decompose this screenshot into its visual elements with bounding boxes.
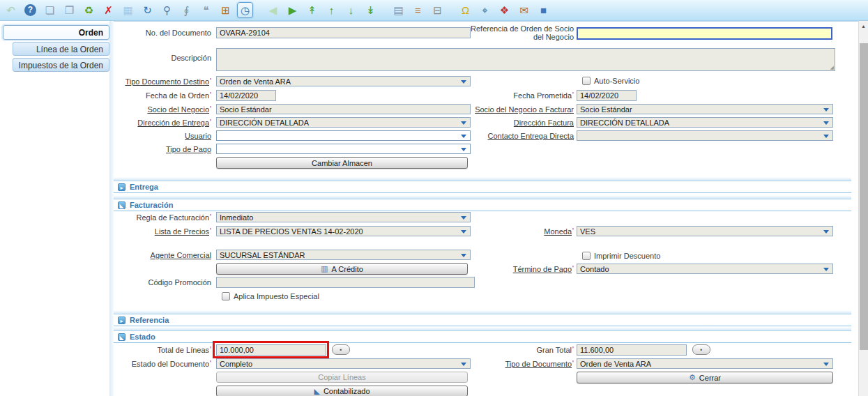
target-doc-type-dropdown[interactable]: Orden de Venta ARA	[216, 76, 471, 86]
target-doc-type-label[interactable]: Tipo Documento Destino	[114, 77, 211, 86]
chat-icon[interactable]: ❝	[198, 2, 214, 18]
tab-impuestos-de-la-orden[interactable]: Impuestos de la Orden	[13, 58, 109, 72]
user-label[interactable]: Usuario	[114, 132, 211, 140]
request-icon[interactable]: ✉	[516, 2, 532, 18]
previous-record-icon[interactable]: ↑	[323, 2, 340, 18]
section-referencia-title: Referencia	[130, 316, 169, 324]
date-promised-label: Fecha Prometida	[462, 91, 574, 100]
payment-type-label[interactable]: Tipo de Pago	[114, 145, 211, 153]
copy-record-icon[interactable]: ❐	[61, 2, 77, 18]
lock-icon[interactable]: Ω	[457, 2, 473, 18]
invoice-rule-dropdown[interactable]: Inmediato	[216, 212, 471, 222]
payment-term-label[interactable]: Término de Pago	[462, 265, 574, 273]
workflow-icon[interactable]: ❖	[496, 2, 512, 18]
direct-delivery-contact-label[interactable]: Contacto Entrega Directa	[462, 132, 574, 140]
scroll-up-arrow[interactable]: ▲	[859, 21, 868, 31]
collapse-icon[interactable]: ◣	[118, 333, 125, 341]
tab-sidebar: Orden Línea de la Orden Impuestos de la …	[0, 21, 109, 396]
business-partner-field[interactable]: Socio Estándar	[216, 104, 471, 114]
doc-status-label: Estado del Documento	[114, 360, 211, 368]
sales-rep-dropdown[interactable]: SUCURSAL ESTÁNDAR	[216, 250, 471, 260]
bp-order-ref-field[interactable]	[577, 27, 832, 40]
payment-type-dropdown[interactable]	[216, 144, 471, 154]
grand-total-label: Gran Total	[462, 346, 574, 354]
print-discount-checkbox[interactable]	[582, 252, 591, 260]
grand-total-calculator-button[interactable]: ▪	[692, 344, 710, 355]
order-form: No. del Documento OVARA-29104 Referencia…	[114, 21, 858, 396]
product-info-icon[interactable]: ■	[535, 2, 551, 18]
invoice-rule-label: Regla de Facturación	[114, 213, 211, 222]
zoom-across-icon[interactable]: ⌖	[477, 2, 493, 18]
section-estado-header[interactable]: ◣ Estado	[114, 331, 851, 343]
special-tax-checkbox[interactable]	[222, 292, 230, 300]
business-partner-label[interactable]: Socio del Negocio	[114, 105, 211, 114]
invoice-partner-dropdown[interactable]: Socio Estándar	[577, 104, 833, 114]
order-window: ↶?❏❐♻✗▦↻⚲∮❝⊞◷◀▶↟↑↓↡▤≡⊟Ω⌖❖✉■ Orden Línea …	[0, 0, 868, 396]
description-label: Descripción	[114, 54, 211, 62]
section-entrega-header[interactable]: ▸ Entrega	[114, 181, 851, 193]
doc-status-dropdown[interactable]: Completo	[216, 358, 471, 369]
collapse-icon[interactable]: ◣	[118, 201, 125, 209]
invoice-address-label[interactable]: Dirección Factura	[462, 119, 574, 127]
detail-record-icon[interactable]: ▶	[284, 2, 300, 18]
archive-icon[interactable]: ≡	[410, 2, 426, 18]
self-service-checkbox[interactable]	[582, 77, 591, 85]
section-estado-title: Estado	[130, 333, 155, 341]
currency-dropdown[interactable]: VES	[577, 226, 833, 236]
change-warehouse-button[interactable]: Cambiar Almacen	[216, 157, 468, 169]
toolbar: ↶?❏❐♻✗▦↻⚲∮❝⊞◷◀▶↟↑↓↡▤≡⊟Ω⌖❖✉■	[0, 0, 868, 21]
description-field[interactable]	[216, 48, 835, 71]
scrollbar-thumb[interactable]	[860, 43, 868, 350]
doc-type-dropdown[interactable]: Orden de Venta ARA	[577, 358, 833, 369]
expand-icon[interactable]: ▸	[118, 317, 125, 324]
special-tax-checkbox-row: Aplica Impuesto Especial	[222, 292, 319, 300]
delete-selection-icon[interactable]: ✗	[100, 2, 116, 18]
section-facturacion-header[interactable]: ◣ Facturación	[114, 199, 851, 211]
history-icon[interactable]: ◷	[237, 2, 253, 18]
invoice-partner-label[interactable]: Socio del Negocio a Facturar	[462, 105, 574, 114]
first-record-icon[interactable]: ↟	[304, 2, 320, 18]
document-no-field[interactable]: OVARA-29104	[216, 27, 471, 38]
find-icon[interactable]: ⚲	[159, 2, 175, 18]
sales-rep-label[interactable]: Agente Comercial	[114, 251, 211, 259]
delivery-address-label[interactable]: Dirección de Entrega	[114, 119, 211, 127]
next-record-icon[interactable]: ↓	[343, 2, 359, 18]
tab-orden[interactable]: Orden	[3, 25, 109, 40]
print-discount-label: Imprimir Descuento	[594, 252, 660, 260]
total-lines-calculator-button[interactable]: ▪	[332, 344, 350, 355]
copy-lines-button: Copiar Líneas	[216, 372, 468, 383]
date-promised-field[interactable]: 14/02/2020	[577, 90, 637, 101]
price-list-label[interactable]: Lista de Precios	[114, 227, 211, 236]
refresh-icon[interactable]: ↻	[139, 2, 155, 18]
print-icon[interactable]: ⊟	[429, 2, 446, 18]
help-icon[interactable]: ?	[24, 4, 36, 16]
section-referencia-header[interactable]: ▸ Referencia	[114, 314, 851, 326]
vertical-scrollbar: ▲	[858, 21, 868, 396]
tab-linea-de-la-orden[interactable]: Línea de la Orden	[13, 42, 109, 56]
promo-code-field[interactable]	[216, 277, 475, 288]
close-button[interactable]: ⚙ Cerrar	[577, 372, 833, 383]
total-lines-field[interactable]: 10.000,00	[216, 344, 326, 356]
user-dropdown[interactable]	[216, 130, 471, 141]
expand-icon[interactable]: ▸	[118, 183, 125, 191]
section-referencia: ▸ Referencia	[114, 310, 851, 326]
invoice-address-dropdown[interactable]: DIRECCIÓN DETALLADA	[577, 117, 833, 128]
grand-total-field[interactable]: 11.600,00	[577, 344, 687, 356]
parent-record-icon: ◀	[265, 2, 281, 18]
grid-toggle-icon[interactable]: ⊞	[218, 2, 234, 18]
date-ordered-field[interactable]: 14/02/2020	[216, 90, 276, 101]
payment-term-dropdown[interactable]: Contado	[577, 264, 833, 274]
attachment-icon[interactable]: ∮	[178, 2, 195, 18]
new-record-icon[interactable]: ❏	[42, 2, 58, 18]
self-service-checkbox-row: Auto-Servicio	[582, 77, 639, 85]
doc-type-label[interactable]: Tipo de Documento	[462, 360, 574, 368]
report-icon[interactable]: ▤	[390, 2, 406, 18]
currency-label[interactable]: Moneda	[462, 227, 574, 236]
last-record-icon[interactable]: ↡	[363, 2, 379, 18]
credit-button[interactable]: ▥ A Crédito	[216, 263, 468, 275]
posted-button[interactable]: ◣ Contabilizado	[216, 386, 468, 396]
price-list-dropdown[interactable]: LISTA DE PRECIOS VENTAS 14-02-2020	[216, 226, 471, 236]
direct-delivery-contact-dropdown[interactable]	[577, 130, 833, 141]
delete-record-icon[interactable]: ♻	[81, 2, 97, 18]
delivery-address-dropdown[interactable]: DIRECCIÓN DETALLADA	[216, 117, 471, 128]
